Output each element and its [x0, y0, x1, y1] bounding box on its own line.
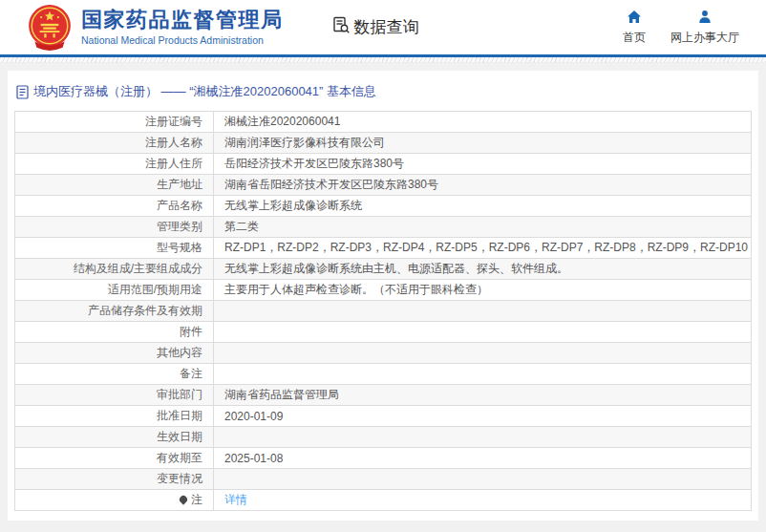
nav-home[interactable]: 首页	[623, 10, 646, 46]
row-value	[214, 427, 752, 448]
site-title-en: National Medical Products Administration	[81, 34, 284, 46]
row-value	[214, 343, 752, 364]
row-label: 注册证编号	[15, 112, 214, 133]
info-table-body: 注册证编号湘械注准20202060041注册人名称湖南润泽医疗影像科技有限公司注…	[15, 112, 752, 511]
note-icon	[178, 494, 188, 504]
document-search-icon	[331, 15, 351, 40]
document-icon	[16, 85, 29, 99]
data-query-label: 数据查询	[354, 16, 419, 38]
row-label: 结构及组成/主要组成成分	[15, 259, 214, 280]
row-value: 湘械注准20202060041	[214, 112, 752, 133]
table-row: 生效日期	[15, 427, 752, 448]
row-value: 湖南省岳阳经济技术开发区巴陵东路380号	[214, 175, 752, 196]
table-row: 注册人住所岳阳经济技术开发区巴陵东路380号	[15, 154, 752, 175]
home-icon	[627, 10, 642, 27]
table-row: 产品名称无线掌上彩超成像诊断系统	[15, 196, 752, 217]
info-table: 注册证编号湘械注准20202060041注册人名称湖南润泽医疗影像科技有限公司注…	[14, 111, 752, 511]
row-label: 生效日期	[15, 427, 214, 448]
row-label: 注	[15, 490, 214, 511]
row-label: 批准日期	[15, 406, 214, 427]
row-value	[214, 469, 752, 490]
page-title: 境内医疗器械（注册） —— “湘械注准20202060041” 基本信息	[14, 78, 752, 111]
row-label: 注册人名称	[15, 133, 214, 154]
row-label: 生产地址	[15, 175, 214, 196]
row-value: 湖南润泽医疗影像科技有限公司	[214, 133, 752, 154]
row-value	[214, 301, 752, 322]
row-label: 适用范围/预期用途	[15, 280, 214, 301]
row-label: 变更情况	[15, 469, 214, 490]
table-row: 注详情	[15, 490, 752, 511]
logo-text: 国家药品监督管理局 National Medical Products Admi…	[81, 9, 284, 45]
nav-home-label: 首页	[623, 30, 646, 46]
row-value: 湖南省药品监督管理局	[214, 385, 752, 406]
row-value	[214, 322, 752, 343]
table-row: 生产地址湖南省岳阳经济技术开发区巴陵东路380号	[15, 175, 752, 196]
table-row: 型号规格RZ-DP1，RZ-DP2，RZ-DP3，RZ-DP4，RZ-DP5，R…	[15, 238, 752, 259]
row-label: 备注	[15, 364, 214, 385]
row-label: 产品储存条件及有效期	[15, 301, 214, 322]
table-row: 产品储存条件及有效期	[15, 301, 752, 322]
table-row: 适用范围/预期用途主要用于人体超声检查诊断。（不适用于眼科检查）	[15, 280, 752, 301]
site-header: 国家药品监督管理局 National Medical Products Admi…	[0, 0, 766, 54]
table-row: 审批部门湖南省药品监督管理局	[15, 385, 752, 406]
row-value: 无线掌上彩超成像诊断系统由主机、电源适配器、探头、软件组成。	[214, 259, 752, 280]
row-value: 2020-01-09	[214, 406, 752, 427]
row-label: 有效期至	[15, 448, 214, 469]
row-label: 型号规格	[15, 238, 214, 259]
table-row: 有效期至2025-01-08	[15, 448, 752, 469]
row-value: 岳阳经济技术开发区巴陵东路380号	[214, 154, 752, 175]
row-label: 产品名称	[15, 196, 214, 217]
table-row: 备注	[15, 364, 752, 385]
header-nav: 首页 网上办事大厅	[623, 10, 739, 46]
row-value: 2025-01-08	[214, 448, 752, 469]
table-row: 变更情况	[15, 469, 752, 490]
nav-service-hall-label: 网上办事大厅	[670, 30, 739, 46]
detail-card: 境内医疗器械（注册） —— “湘械注准20202060041” 基本信息 注册证…	[8, 71, 758, 521]
row-value: 第二类	[214, 217, 752, 238]
row-label: 附件	[15, 322, 214, 343]
row-label: 审批部门	[15, 385, 214, 406]
row-label: 注册人住所	[15, 154, 214, 175]
national-emblem-icon	[26, 4, 74, 52]
table-row: 管理类别第二类	[15, 217, 752, 238]
nav-service-hall[interactable]: 网上办事大厅	[670, 10, 739, 46]
row-value: RZ-DP1，RZ-DP2，RZ-DP3，RZ-DP4，RZ-DP5，RZ-DP…	[214, 238, 752, 259]
row-value	[214, 364, 752, 385]
person-icon	[697, 10, 713, 27]
table-row: 注册人名称湖南润泽医疗影像科技有限公司	[15, 133, 752, 154]
data-query-section[interactable]: 数据查询	[331, 15, 419, 40]
row-value: 无线掌上彩超成像诊断系统	[214, 196, 752, 217]
table-row: 注册证编号湘械注准20202060041	[15, 112, 752, 133]
table-row: 结构及组成/主要组成成分无线掌上彩超成像诊断系统由主机、电源适配器、探头、软件组…	[15, 259, 752, 280]
table-row: 批准日期2020-01-09	[15, 406, 752, 427]
row-label: 管理类别	[15, 217, 214, 238]
page-title-text: 境内医疗器械（注册） —— “湘械注准20202060041” 基本信息	[33, 83, 376, 100]
nmpa-logo[interactable]: 国家药品监督管理局 National Medical Products Admi…	[26, 4, 284, 52]
table-row: 其他内容	[15, 343, 752, 364]
row-value: 详情	[214, 490, 752, 511]
site-title-cn: 国家药品监督管理局	[81, 9, 284, 32]
row-label: 其他内容	[15, 343, 214, 364]
row-value: 主要用于人体超声检查诊断。（不适用于眼科检查）	[214, 280, 752, 301]
table-row: 附件	[15, 322, 752, 343]
details-link[interactable]: 详情	[224, 493, 247, 506]
content-area: 境内医疗器械（注册） —— “湘械注准20202060041” 基本信息 注册证…	[0, 63, 766, 528]
